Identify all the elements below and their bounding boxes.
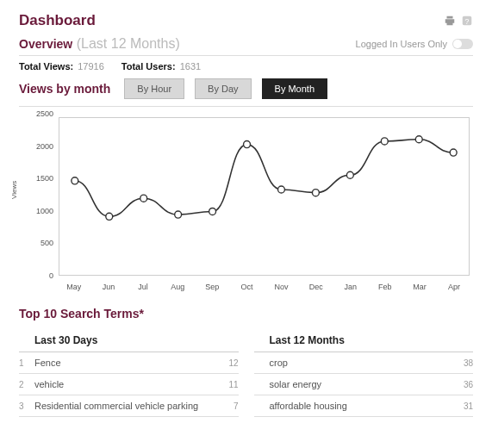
table-last-12: Last 12 Months crop38solar energy36affor…	[254, 331, 474, 417]
stats-row: Total Views: 17916 Total Users: 1631	[19, 61, 473, 72]
svg-text:?: ?	[465, 17, 470, 26]
y-tick: 2000	[36, 142, 53, 151]
total-views: Total Views: 17916	[19, 61, 104, 72]
table-row: 3Residential commercial vehicle parking7	[19, 395, 239, 417]
row-term: solar energy	[270, 379, 455, 389]
overview-label: Overview	[19, 37, 72, 51]
x-tick: May	[66, 283, 81, 291]
y-tick: 1500	[36, 174, 53, 183]
logged-in-label: Logged In Users Only	[356, 39, 447, 49]
row-count: 12	[220, 358, 239, 368]
row-term: Fence	[34, 358, 220, 368]
x-tick: Mar	[413, 283, 427, 291]
x-tick: Nov	[275, 283, 289, 291]
total-users: Total Users: 1631	[121, 61, 201, 72]
x-tick: Jan	[345, 283, 358, 291]
svg-point-12	[415, 136, 422, 143]
logged-in-toggle-row: Logged In Users Only	[356, 39, 473, 49]
help-icon[interactable]: ?	[461, 15, 473, 27]
table-12-header: Last 12 Months	[254, 331, 474, 352]
total-users-label: Total Users:	[121, 61, 176, 72]
svg-point-5	[175, 211, 182, 218]
x-tick: Oct	[240, 283, 252, 291]
tab-by-day[interactable]: By Day	[195, 78, 251, 99]
total-views-value: 17916	[78, 61, 104, 72]
row-rank: 3	[19, 401, 34, 411]
top10-title: Top 10 Search Terms	[19, 307, 473, 320]
svg-point-4	[140, 195, 147, 202]
x-tick: Aug	[171, 283, 184, 291]
row-count: 38	[454, 358, 473, 368]
views-chart: Views 05001000150020002500 MayJunJulAugS…	[19, 114, 473, 295]
table-last-30: Last 30 Days 1Fence122vehicle113Resident…	[19, 331, 239, 417]
table-30-header: Last 30 Days	[19, 331, 239, 352]
top10-tables: Last 30 Days 1Fence122vehicle113Resident…	[19, 331, 473, 417]
row-rank: 1	[19, 358, 34, 368]
svg-point-8	[278, 186, 285, 193]
row-term: vehicle	[34, 379, 220, 389]
y-tick: 0	[49, 271, 53, 280]
svg-point-9	[312, 190, 319, 196]
print-icon[interactable]	[444, 15, 456, 27]
total-views-label: Total Views:	[19, 61, 73, 72]
y-axis-label: Views	[10, 181, 18, 199]
svg-point-3	[106, 213, 113, 220]
table-row: 1Fence12	[19, 352, 239, 374]
svg-point-6	[209, 208, 216, 215]
logged-in-toggle[interactable]	[452, 39, 473, 49]
y-tick: 2500	[36, 109, 53, 118]
row-count: 36	[454, 380, 473, 389]
row-term: affordable housing	[270, 401, 455, 411]
overview-subtitle: (Last 12 Months)	[77, 36, 180, 51]
header-icons: ?	[444, 15, 473, 27]
total-users-value: 1631	[180, 61, 201, 72]
row-term: crop	[270, 358, 455, 368]
y-tick: 1000	[36, 207, 53, 215]
row-rank: 2	[19, 380, 34, 389]
svg-point-10	[346, 171, 353, 178]
tab-by-month[interactable]: By Month	[262, 78, 327, 99]
row-term: Residential commercial vehicle parking	[34, 401, 220, 411]
table-row: affordable housing31	[254, 395, 474, 417]
svg-point-11	[381, 138, 388, 145]
x-tick: Apr	[448, 283, 460, 291]
svg-point-13	[450, 149, 457, 156]
table-row: solar energy36	[254, 374, 474, 395]
x-tick: Jul	[138, 283, 148, 291]
x-tick: Sep	[205, 283, 219, 291]
chart-plot-area	[59, 117, 470, 276]
row-count: 7	[220, 401, 239, 411]
overview-title: Overview (Last 12 Months)	[19, 36, 180, 52]
x-tick: Feb	[378, 283, 392, 291]
x-tick: Jun	[103, 283, 115, 291]
svg-point-2	[72, 177, 78, 184]
row-count: 11	[220, 380, 239, 389]
table-row: crop38	[254, 352, 474, 374]
table-row: 2vehicle11	[19, 374, 239, 395]
tab-by-hour[interactable]: By Hour	[124, 78, 184, 99]
page-title: Dashboard	[19, 12, 96, 29]
y-tick: 500	[40, 239, 53, 247]
views-section-title: Views by month	[19, 82, 110, 96]
row-count: 31	[454, 401, 473, 411]
x-tick: Dec	[309, 283, 323, 291]
svg-point-7	[244, 141, 251, 148]
